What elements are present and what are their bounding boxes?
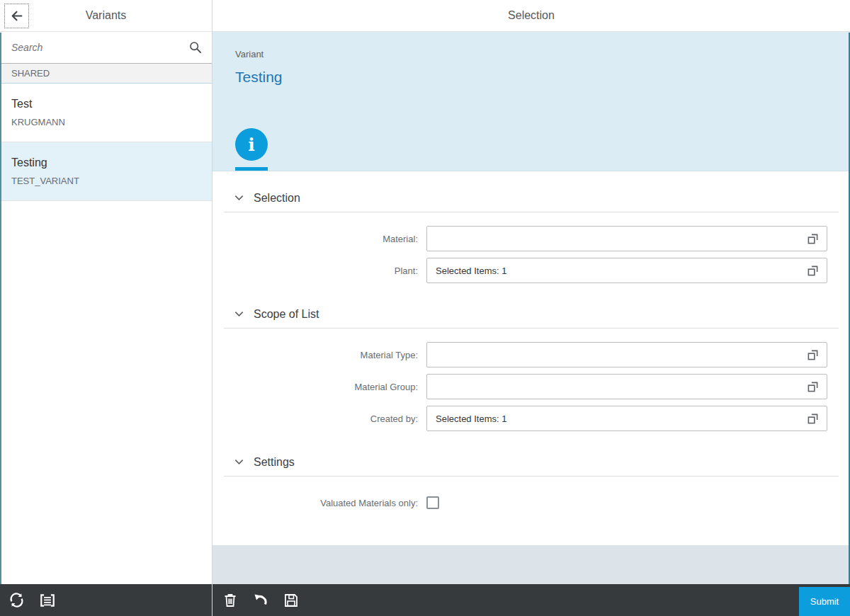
created-by-input[interactable]: Selected Items: 1: [426, 406, 827, 431]
group-header-shared: SHARED: [0, 64, 212, 84]
undo-icon: [253, 593, 268, 608]
list-item-subtitle: TEST_VARIANT: [11, 176, 200, 186]
value-help-icon: [806, 264, 820, 278]
material-group-input[interactable]: [426, 374, 827, 399]
search-icon[interactable]: [189, 41, 202, 54]
chevron-down-icon: [234, 309, 244, 319]
refresh-icon: [8, 592, 25, 608]
detail-title: Selection: [508, 9, 555, 22]
field-row-material-type: Material Type:: [212, 342, 850, 367]
field-label: Created by:: [212, 413, 426, 424]
section-header[interactable]: Scope of List: [224, 300, 839, 329]
value-help-button[interactable]: [805, 347, 821, 363]
variants-panel: Variants SHARED Test KRUGMANN Testing TE…: [0, 0, 212, 616]
section-title: Selection: [254, 192, 300, 205]
valuated-materials-checkbox[interactable]: [426, 496, 439, 509]
plant-input[interactable]: Selected Items: 1: [426, 258, 827, 283]
field-row-created-by: Created by: Selected Items: 1: [212, 406, 850, 431]
form-content: Selection Material: Plant: Selected Item…: [212, 171, 850, 545]
field-row-material-group: Material Group:: [212, 374, 850, 399]
tab-info[interactable]: i: [235, 128, 268, 171]
submit-button[interactable]: Submit: [799, 587, 850, 616]
value-help-icon: [806, 412, 820, 426]
list-empty-area: [0, 201, 212, 584]
section-header[interactable]: Settings: [224, 448, 839, 477]
undo-button[interactable]: [253, 593, 268, 608]
chevron-down-icon: [234, 457, 244, 467]
trash-icon: [222, 593, 238, 608]
list-item-title: Test: [11, 98, 200, 110]
list-item-test[interactable]: Test KRUGMANN: [0, 84, 212, 142]
tab-selected-underline: [235, 167, 268, 171]
field-label: Material Group:: [212, 382, 426, 392]
save-button[interactable]: [283, 593, 299, 608]
refresh-button[interactable]: [8, 592, 25, 608]
field-label: Material:: [212, 234, 426, 244]
value-help-button[interactable]: [805, 231, 821, 247]
manage-variants-button[interactable]: [39, 592, 56, 609]
search-bar: [0, 32, 212, 64]
field-label: Plant:: [212, 266, 426, 276]
selection-detail-panel: Selection Variant Testing i Selection Ma…: [212, 0, 850, 616]
field-label: Material Type:: [212, 350, 426, 360]
section-selection: Selection Material: Plant: Selected Item…: [212, 184, 850, 300]
value-help-icon: [806, 348, 820, 362]
section-title: Scope of List: [254, 308, 319, 321]
footer-spacer-strip: [212, 545, 850, 584]
section-header[interactable]: Selection: [224, 184, 839, 212]
value-help-icon: [806, 232, 820, 246]
field-row-material: Material:: [212, 226, 850, 251]
field-label: Valuated Materials only:: [212, 498, 426, 508]
manage-variants-icon: [39, 592, 56, 609]
list-item-title: Testing: [11, 156, 200, 169]
field-value: Selected Items: 1: [436, 266, 805, 276]
delete-button[interactable]: [222, 593, 238, 608]
variant-label: Variant: [235, 49, 827, 59]
value-help-icon: [806, 380, 820, 394]
section-title: Settings: [254, 456, 295, 469]
back-button[interactable]: [4, 4, 29, 28]
section-scope-of-list: Scope of List Material Type: Material Gr…: [212, 300, 850, 448]
search-input[interactable]: [11, 42, 189, 53]
field-row-plant: Plant: Selected Items: 1: [212, 258, 850, 283]
value-help-button[interactable]: [805, 411, 821, 427]
field-row-valuated-materials: Valuated Materials only:: [212, 490, 850, 515]
variants-footer-toolbar: [0, 584, 212, 616]
list-item-subtitle: KRUGMANN: [11, 117, 200, 127]
field-value: Selected Items: 1: [436, 413, 805, 424]
arrow-left-icon: [11, 10, 23, 22]
variant-title: Testing: [235, 69, 827, 86]
list-item-testing[interactable]: Testing TEST_VARIANT: [0, 142, 212, 201]
material-type-input[interactable]: [426, 342, 827, 367]
save-icon: [283, 593, 299, 608]
material-input[interactable]: [426, 226, 827, 251]
variants-panel-title: Variants: [0, 9, 212, 22]
value-help-button[interactable]: [805, 379, 821, 395]
object-header: Variant Testing i: [212, 32, 850, 171]
chevron-down-icon: [234, 193, 244, 203]
section-settings: Settings Valuated Materials only:: [212, 448, 850, 532]
variants-panel-header: Variants: [0, 0, 212, 32]
detail-header: Selection: [212, 0, 850, 32]
detail-footer-toolbar: Submit: [212, 584, 850, 616]
value-help-button[interactable]: [805, 263, 821, 279]
info-icon: i: [235, 128, 268, 161]
